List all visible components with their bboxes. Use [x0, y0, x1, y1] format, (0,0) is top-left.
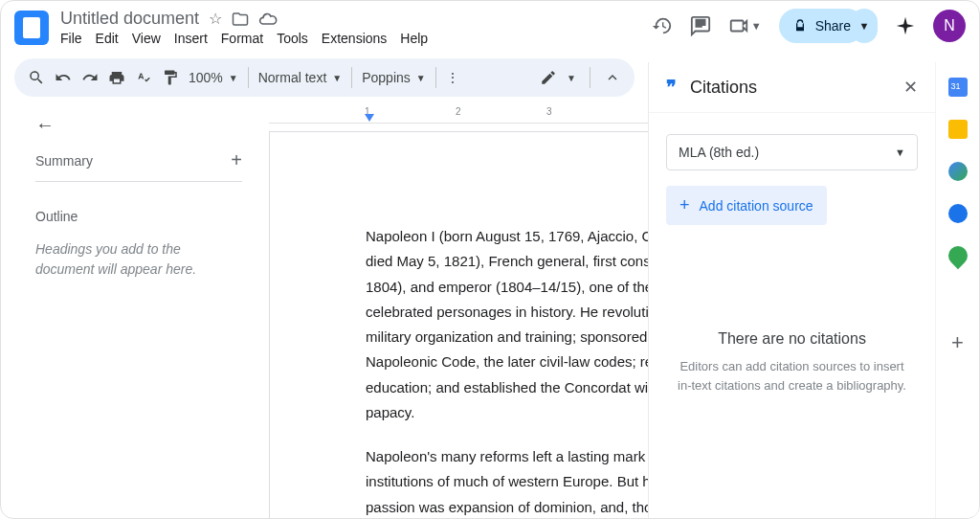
tasks-icon[interactable] — [948, 162, 968, 181]
menu-insert[interactable]: Insert — [174, 31, 208, 46]
zoom-select[interactable]: 100% ▼ — [189, 70, 238, 85]
addons-plus-icon[interactable]: + — [951, 330, 964, 355]
plus-icon: + — [679, 195, 690, 215]
chevron-down-icon: ▼ — [751, 20, 762, 32]
menu-edit[interactable]: Edit — [96, 31, 119, 46]
indent-marker[interactable] — [365, 114, 374, 122]
citations-icon: ❞ — [666, 76, 677, 99]
undo-icon[interactable] — [55, 69, 72, 86]
docs-logo[interactable] — [14, 11, 49, 45]
search-icon[interactable] — [28, 69, 45, 86]
menu-extensions[interactable]: Extensions — [322, 31, 387, 46]
share-dropdown[interactable]: ▼ — [851, 9, 878, 43]
citation-format-value: MLA (8th ed.) — [679, 145, 759, 160]
menu-format[interactable]: Format — [221, 31, 263, 46]
paragraph-style-select[interactable]: Normal text ▼ — [258, 70, 342, 85]
citation-format-select[interactable]: MLA (8th ed.) ▼ — [666, 134, 918, 170]
ruler-tick: 2 — [456, 106, 461, 117]
gemini-icon[interactable] — [895, 15, 916, 36]
chevron-down-icon: ▼ — [332, 73, 342, 83]
keep-icon[interactable] — [948, 120, 968, 139]
chevron-down-icon: ▼ — [859, 20, 870, 32]
menu-view[interactable]: View — [132, 31, 161, 46]
menu-file[interactable]: File — [60, 31, 82, 46]
contacts-icon[interactable] — [948, 204, 968, 223]
chevron-down-icon: ▼ — [229, 73, 238, 83]
calendar-icon[interactable] — [948, 78, 968, 97]
spellcheck-icon[interactable] — [135, 69, 152, 86]
outline-label: Outline — [35, 209, 242, 224]
menu-bar: File Edit View Insert Format Tools Exten… — [60, 31, 428, 46]
menu-help[interactable]: Help — [400, 31, 428, 46]
citations-panel: ❞ Citations ✕ MLA (8th ed.) ▼ + Add cita… — [648, 62, 935, 518]
ruler-tick: 3 — [546, 106, 552, 117]
cloud-status-icon[interactable] — [258, 10, 278, 29]
maps-icon[interactable] — [944, 242, 970, 269]
meet-icon[interactable]: ▼ — [728, 15, 762, 36]
back-arrow-icon[interactable]: ← — [35, 114, 242, 136]
chevron-down-icon: ▼ — [567, 73, 576, 83]
outline-pane: ← Summary + Outline Headings you add to … — [1, 97, 259, 518]
share-label: Share — [815, 18, 851, 34]
add-citation-button[interactable]: + Add citation source — [666, 186, 827, 225]
comment-icon[interactable] — [690, 15, 711, 36]
paint-format-icon[interactable] — [162, 69, 179, 86]
more-tools-icon[interactable]: ⋮ — [446, 70, 459, 85]
print-icon[interactable] — [108, 69, 125, 86]
redo-icon[interactable] — [81, 69, 99, 86]
move-icon[interactable] — [232, 10, 249, 29]
star-icon[interactable]: ☆ — [209, 10, 222, 29]
history-icon[interactable] — [652, 15, 673, 36]
toolbar: 100% ▼ Normal text ▼ Poppins ▼ ⋮ ▼ — [14, 58, 635, 97]
close-icon[interactable]: ✕ — [903, 77, 918, 98]
summary-label: Summary — [35, 153, 93, 169]
chevron-down-icon: ▼ — [895, 147, 905, 158]
citations-empty-title: There are no citations — [678, 330, 906, 348]
collapse-toolbar-icon[interactable] — [604, 69, 621, 86]
chevron-down-icon: ▼ — [416, 73, 426, 83]
outline-hint: Headings you add to the document will ap… — [35, 239, 242, 280]
add-summary-button[interactable]: + — [231, 149, 242, 171]
side-panel-rail: + — [935, 62, 979, 518]
add-citation-label: Add citation source — [700, 198, 813, 214]
menu-tools[interactable]: Tools — [277, 31, 308, 46]
font-select[interactable]: Poppins ▼ — [362, 70, 426, 85]
citations-title: Citations — [690, 78, 757, 98]
account-avatar[interactable]: N — [933, 10, 966, 42]
document-title[interactable]: Untitled document — [60, 9, 199, 29]
edit-mode-icon[interactable]: ▼ — [540, 69, 576, 86]
citations-empty-desc: Editors can add citation sources to inse… — [678, 357, 906, 395]
